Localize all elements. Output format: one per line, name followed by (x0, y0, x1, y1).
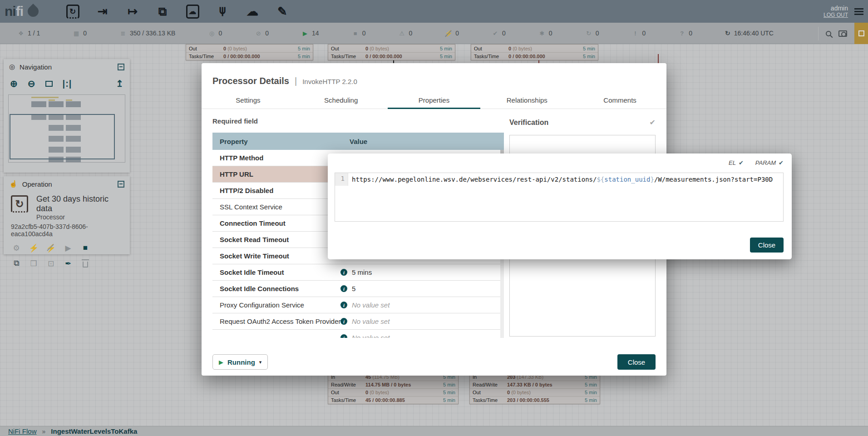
info-icon[interactable]: i (340, 302, 347, 308)
value-editor-popup: EL✔ PARAM✔ 1 https://www.pegelonline.wsv… (328, 154, 792, 259)
property-value-placeholder: No value set (352, 317, 390, 325)
info-icon[interactable]: i (340, 269, 347, 276)
http-url-value[interactable]: https://www.pegelonline.wsv.de/webservic… (352, 173, 773, 186)
running-play-icon: ▶ (219, 359, 223, 366)
property-row-socket-idle-connections[interactable]: Socket Idle Connectionsi5 (212, 281, 504, 297)
title-separator: | (295, 76, 297, 86)
verification-label: Verification (509, 119, 548, 127)
verification-check-icon[interactable]: ✔ (650, 118, 656, 127)
info-icon[interactable]: i (340, 285, 347, 292)
run-state-button[interactable]: ▶ Running ▾ (212, 354, 268, 370)
property-row-socket-idle-timeout[interactable]: Socket Idle Timeouti5 mins (212, 264, 504, 281)
tab-relationships[interactable]: Relationships (480, 93, 573, 109)
el-label: EL (729, 159, 736, 166)
properties-table-header: Property Value (212, 133, 504, 150)
expression-variable: station_uuid (604, 176, 650, 183)
param-label: PARAM (755, 159, 776, 166)
el-supported-flag: EL✔ (729, 159, 744, 166)
property-value: 5 (352, 285, 355, 292)
property-value-placeholder: No value set (352, 301, 390, 309)
tab-settings[interactable]: Settings (202, 93, 295, 109)
property-row-oauth2-token-provider[interactable]: Request OAuth2 Access Token ProvideriNo … (212, 313, 504, 330)
tab-scheduling[interactable]: Scheduling (295, 93, 388, 109)
line-number: 1 (335, 173, 348, 186)
dialog-subtitle: InvokeHTTP 2.2.0 (302, 78, 357, 85)
property-row-partial[interactable]: iNo value set (212, 330, 504, 338)
dialog-title-row: Processor Details | InvokeHTTP 2.2.0 (212, 76, 357, 86)
info-icon[interactable]: i (340, 334, 347, 338)
property-column-header: Property (212, 138, 340, 145)
property-value: 5 mins (352, 268, 372, 276)
verification-header: Verification ✔ (509, 118, 656, 127)
info-icon[interactable]: i (340, 318, 347, 325)
run-state-label: Running (227, 358, 255, 366)
value-code-editor[interactable]: 1 https://www.pegelonline.wsv.de/webserv… (335, 173, 784, 222)
required-field-label: Required field (212, 117, 258, 125)
param-check-icon: ✔ (779, 159, 784, 166)
tab-properties[interactable]: Properties (388, 93, 481, 109)
caret-down-icon: ▾ (259, 359, 262, 365)
dialog-title: Processor Details (212, 76, 289, 86)
property-value-placeholder: No value set (352, 334, 390, 338)
param-supported-flag: PARAM✔ (755, 159, 784, 166)
dialog-close-button[interactable]: Close (617, 354, 656, 370)
value-column-header: Value (340, 138, 504, 145)
el-check-icon: ✔ (739, 159, 744, 166)
editor-flags: EL✔ PARAM✔ (729, 159, 784, 166)
dialog-tabs: Settings Scheduling Properties Relations… (202, 93, 666, 109)
tab-comments[interactable]: Comments (573, 93, 666, 109)
property-row-proxy-configuration-service[interactable]: Proxy Configuration ServiceiNo value set (212, 297, 504, 313)
popup-close-button[interactable]: Close (750, 238, 784, 253)
